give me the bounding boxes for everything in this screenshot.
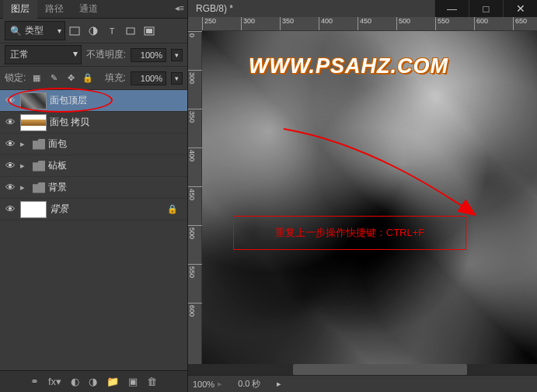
layer-row[interactable]: 👁 面包 拷贝 — [0, 112, 187, 134]
search-icon: 🔍 — [10, 26, 22, 36]
fill-label: 填充: — [105, 71, 126, 85]
maximize-button[interactable]: □ — [469, 0, 503, 17]
folder-toggle-icon[interactable]: ▸ — [20, 139, 30, 149]
folder-icon — [33, 161, 45, 172]
layer-name[interactable]: 砧板 — [48, 159, 184, 172]
lock-position-icon[interactable]: ✥ — [65, 72, 77, 85]
layer-row[interactable]: 👁 面包顶层 — [0, 90, 187, 112]
visibility-icon[interactable]: 👁 — [3, 116, 17, 129]
filter-smart-icon[interactable] — [143, 25, 155, 37]
filter-row: 🔍 类型 T — [0, 19, 187, 43]
title-bar: RGB/8) * — □ ✕ — [188, 0, 537, 17]
horizontal-scrollbar[interactable] — [188, 364, 537, 375]
layer-name[interactable]: 背景 — [48, 181, 184, 194]
layer-name[interactable]: 面包 拷贝 — [50, 116, 184, 129]
tab-channels[interactable]: 通道 — [71, 0, 106, 19]
visibility-icon[interactable]: 👁 — [3, 160, 17, 172]
watermark-text: WWW.PSAHZ.COM — [249, 54, 448, 78]
link-icon[interactable]: ⚭ — [30, 376, 39, 387]
layer-thumbnail[interactable] — [20, 201, 47, 218]
tab-layers[interactable]: 图层 — [3, 0, 37, 19]
filter-shape-icon[interactable] — [124, 25, 137, 37]
layer-row[interactable]: 👁 背景 🔒 — [0, 199, 187, 220]
visibility-icon[interactable]: 👁 — [3, 138, 17, 151]
visibility-icon[interactable]: 👁 — [3, 95, 17, 107]
layer-filter-dropdown[interactable]: 🔍 类型 — [5, 21, 65, 40]
canvas-image — [202, 31, 537, 364]
status-arrow-icon[interactable]: ▸ — [277, 379, 281, 389]
panel-menu-icon[interactable]: ◂≡ — [175, 3, 184, 13]
vertical-ruler[interactable]: 0300350400450500550600 — [188, 31, 202, 364]
horizontal-ruler[interactable]: 250300350400450500550600650 — [188, 17, 537, 31]
opacity-input[interactable] — [131, 48, 166, 62]
folder-icon — [33, 139, 45, 150]
layer-name[interactable]: 面包 — [48, 137, 184, 151]
lock-icon: 🔒 — [167, 204, 178, 214]
svg-rect-2 — [127, 28, 134, 34]
fx-icon[interactable]: fx▾ — [48, 376, 61, 387]
fill-dropdown-arrow[interactable]: ▾ — [171, 72, 183, 85]
folder-icon — [33, 182, 45, 193]
annotation-text-box: 重复上一步操作快捷键：CTRL+F — [233, 216, 466, 250]
annotation-text: 重复上一步操作快捷键：CTRL+F — [275, 226, 424, 240]
opacity-label: 不透明度: — [86, 48, 126, 61]
filter-pixel-icon[interactable] — [68, 25, 81, 37]
main-area: RGB/8) * — □ ✕ 2503003504004505005506006… — [188, 0, 537, 392]
folder-toggle-icon[interactable]: ▸ — [20, 161, 30, 171]
status-time: 0.0 秒 — [238, 378, 260, 390]
layer-name[interactable]: 面包顶层 — [50, 94, 184, 107]
filter-adjust-icon[interactable] — [87, 25, 99, 37]
svg-rect-4 — [146, 29, 152, 33]
filter-type-icon[interactable]: T — [106, 25, 118, 37]
panel-tabs: 图层 路径 通道 ◂≡ — [0, 0, 187, 19]
folder-toggle-icon[interactable]: ▸ — [20, 182, 30, 193]
layer-row[interactable]: 👁 ▸ 砧板 — [0, 155, 187, 177]
layer-thumbnail[interactable] — [20, 92, 47, 109]
filter-label: 类型 — [25, 24, 44, 37]
zoom-value[interactable]: 100% — [193, 380, 214, 389]
layer-row[interactable]: 👁 ▸ 背景 — [0, 177, 187, 199]
lock-pixels-icon[interactable]: ✎ — [47, 72, 60, 85]
lock-all-icon[interactable]: 🔒 — [82, 72, 94, 85]
layer-row[interactable]: 👁 ▸ 面包 — [0, 134, 187, 155]
svg-rect-0 — [70, 27, 79, 35]
fill-input[interactable] — [131, 71, 166, 85]
layer-name[interactable]: 背景 — [50, 203, 164, 216]
blend-mode-dropdown[interactable]: 正常 — [5, 45, 82, 64]
status-separator: ▸ — [218, 379, 222, 389]
layers-panel: 图层 路径 通道 ◂≡ 🔍 类型 T 正常 不透明度: ▾ — [0, 0, 188, 392]
scroll-thumb[interactable] — [293, 364, 468, 375]
close-button[interactable]: ✕ — [503, 0, 537, 17]
folder-new-icon[interactable]: 📁 — [106, 376, 119, 387]
opacity-dropdown-arrow[interactable]: ▾ — [171, 49, 183, 61]
mask-icon[interactable]: ◐ — [71, 376, 79, 387]
lock-row: 锁定: ▦ ✎ ✥ 🔒 填充: ▾ — [0, 67, 187, 90]
visibility-icon[interactable]: 👁 — [3, 203, 17, 216]
blend-row: 正常 不透明度: ▾ — [0, 43, 187, 67]
trash-icon[interactable]: 🗑 — [147, 376, 157, 387]
layer-thumbnail[interactable] — [20, 114, 47, 131]
canvas[interactable]: WWW.PSAHZ.COM 重复上一步操作快捷键：CTRL+F — [202, 31, 537, 364]
document-title: RGB/8) * — [196, 3, 233, 14]
new-layer-icon[interactable]: ▣ — [128, 376, 138, 387]
minimize-button[interactable]: — — [434, 0, 469, 17]
status-bar: 100% ▸ 0.0 秒 ▸ — [188, 375, 537, 392]
adjustment-icon[interactable]: ◑ — [89, 376, 97, 387]
layers-list: 👁 面包顶层 👁 面包 拷贝 👁 ▸ 面包 👁 ▸ 砧板 — [0, 90, 187, 370]
tab-paths[interactable]: 路径 — [37, 0, 71, 19]
lock-transparency-icon[interactable]: ▦ — [30, 72, 43, 85]
visibility-icon[interactable]: 👁 — [3, 182, 17, 194]
lock-label: 锁定: — [5, 71, 26, 85]
panel-bottom-toolbar: ⚭ fx▾ ◐ ◑ 📁 ▣ 🗑 — [0, 370, 187, 392]
